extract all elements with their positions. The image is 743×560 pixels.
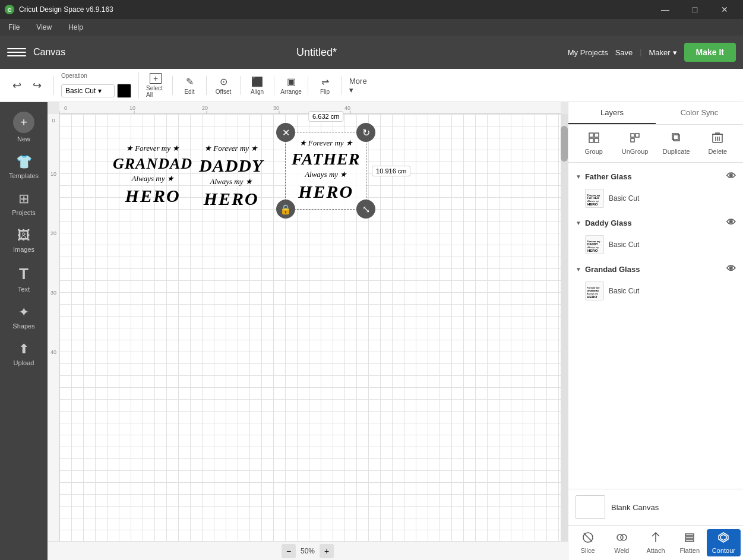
- weld-icon: [616, 531, 628, 546]
- right-panel: Layers Color Sync Group UnGroup: [568, 102, 743, 560]
- hamburger-menu[interactable]: [7, 43, 26, 62]
- sidebar-item-templates[interactable]: 👕 Templates: [2, 150, 45, 184]
- sidebar-item-text[interactable]: T Text: [2, 260, 45, 298]
- panel-tabs: Layers Color Sync: [568, 102, 743, 125]
- redo-button[interactable]: ↪: [27, 76, 46, 95]
- align-button[interactable]: ⬛ Align: [248, 76, 267, 95]
- delete-button[interactable]: Delete: [700, 129, 736, 157]
- weld-button[interactable]: Weld: [605, 529, 638, 556]
- tab-color-sync[interactable]: Color Sync: [656, 102, 743, 124]
- duplicate-icon: [671, 132, 682, 147]
- svg-text:HERO: HERO: [587, 203, 598, 206]
- group-button[interactable]: Group: [576, 129, 612, 157]
- sidebar-item-images[interactable]: 🖼 Images: [2, 223, 45, 258]
- duplicate-button[interactable]: Duplicate: [658, 129, 695, 157]
- sidebar-item-new[interactable]: + New: [2, 107, 45, 147]
- svg-text:0: 0: [64, 105, 67, 111]
- operation-dropdown-icon: ▾: [98, 87, 102, 95]
- machine-selector[interactable]: Maker ▾: [649, 48, 676, 57]
- close-handle[interactable]: ✕: [276, 123, 295, 142]
- canvas-bottom-bar: − 50% +: [48, 541, 568, 560]
- group-icon: [588, 132, 600, 147]
- daddy-glass-header[interactable]: ▼ Daddy Glass 👁: [568, 214, 743, 232]
- zoom-in-button[interactable]: +: [320, 544, 334, 558]
- flatten-icon: [684, 531, 695, 546]
- minimize-button[interactable]: —: [652, 0, 679, 19]
- color-swatch[interactable]: [117, 84, 131, 98]
- father-glass-header[interactable]: ▼ Father Glass 👁: [568, 167, 743, 185]
- scrollbar-thumb[interactable]: [561, 126, 568, 162]
- blank-canvas-area[interactable]: Blank Canvas: [568, 489, 743, 525]
- layer-group-daddy-glass: ▼ Daddy Glass 👁 Forever myDADDYAlways my…: [568, 214, 743, 258]
- arrange-button[interactable]: ▣ Arrange: [282, 76, 301, 95]
- offset-button[interactable]: ⊙ Offset: [214, 76, 233, 95]
- save-button[interactable]: Save: [615, 48, 633, 57]
- visibility-daddy[interactable]: 👁: [726, 217, 736, 228]
- flip-button[interactable]: ⇌ Flip: [315, 76, 334, 95]
- make-it-button[interactable]: Make It: [684, 43, 736, 62]
- attach-button[interactable]: Attach: [638, 529, 672, 556]
- scale-handle[interactable]: ⤡: [356, 200, 375, 219]
- ungroup-icon: [629, 132, 641, 147]
- zoom-out-button[interactable]: −: [282, 544, 296, 558]
- project-title: Untitled*: [72, 46, 560, 59]
- menu-help[interactable]: Help: [65, 22, 87, 33]
- contour-button[interactable]: Contour: [707, 529, 741, 556]
- lock-handle[interactable]: 🔒: [276, 200, 295, 219]
- flatten-button[interactable]: Flatten: [673, 529, 707, 556]
- canvas-area: 0 10 20 30 40 0 10 20 30: [48, 102, 568, 560]
- grandad-cut-item[interactable]: Forever myGRANDADAlways myHERO Basic Cut: [568, 278, 743, 304]
- design-canvas[interactable]: ★ Forever my ★ GRANDAD Always my ★ HERO: [59, 114, 568, 548]
- father-thumbnail: Forever myFATHERAlways myHERO: [585, 189, 604, 208]
- visibility-father[interactable]: 👁: [726, 171, 736, 182]
- svg-text:HERO: HERO: [587, 249, 598, 252]
- sidebar-item-projects[interactable]: ⊞ Projects: [2, 186, 45, 221]
- svg-rect-49: [685, 540, 694, 542]
- sidebar: + New 👕 Templates ⊞ Projects 🖼 Images T …: [0, 102, 48, 560]
- close-button[interactable]: ✕: [711, 0, 738, 19]
- more-button[interactable]: More ▾: [349, 76, 368, 95]
- header: Canvas Untitled* My Projects Save | Make…: [0, 36, 743, 69]
- svg-rect-19: [589, 138, 593, 143]
- svg-rect-18: [595, 133, 599, 137]
- svg-text:C: C: [8, 7, 12, 13]
- svg-marker-51: [720, 534, 726, 540]
- sidebar-item-shapes[interactable]: ✦ Shapes: [2, 300, 45, 334]
- father-design[interactable]: ✕ ↻ 🔒 ⤡ 6.632 cm 10.916 cm ★ Forever my …: [285, 132, 366, 210]
- edit-button[interactable]: ✎ Edit: [180, 76, 199, 95]
- svg-text:10: 10: [50, 171, 56, 177]
- menu-view[interactable]: View: [33, 22, 55, 33]
- grandad-design[interactable]: ★ Forever my ★ GRANDAD Always my ★ HERO: [113, 144, 192, 207]
- slice-button[interactable]: Slice: [571, 529, 605, 556]
- menu-file[interactable]: File: [5, 22, 23, 33]
- ungroup-button[interactable]: UnGroup: [616, 129, 653, 157]
- svg-text:20: 20: [50, 230, 56, 236]
- menubar: File View Help: [0, 19, 743, 36]
- my-projects-button[interactable]: My Projects: [568, 48, 608, 57]
- operation-label: Operation: [61, 72, 87, 79]
- svg-point-46: [621, 534, 627, 540]
- father-cut-item[interactable]: Forever myFATHERAlways myHERO Basic Cut: [568, 185, 743, 211]
- canvas-vertical-scrollbar[interactable]: [561, 114, 568, 541]
- layer-group-father-glass: ▼ Father Glass 👁 Forever myFATHERAlways …: [568, 167, 743, 211]
- father-star-2: ★: [346, 138, 353, 147]
- width-dimension: 6.632 cm: [308, 111, 343, 122]
- collapse-arrow-daddy: ▼: [576, 220, 581, 226]
- tab-layers[interactable]: Layers: [568, 102, 656, 124]
- father-star-1: ★: [299, 138, 306, 147]
- rotate-handle[interactable]: ↻: [356, 123, 375, 142]
- daddy-design[interactable]: ★ Forever my ★ DADDY Always my ★ HERO: [199, 144, 263, 210]
- app-title: Cricut Design Space v6.9.163: [19, 5, 647, 14]
- grandad-glass-header[interactable]: ▼ Grandad Glass 👁: [568, 260, 743, 278]
- undo-button[interactable]: ↩: [7, 76, 26, 95]
- select-all-button[interactable]: + Select All: [146, 76, 165, 95]
- sidebar-item-upload[interactable]: ⬆ Upload: [2, 337, 45, 371]
- toolbar: ↩ ↪ Operation Basic Cut ▾ + Select All ✎…: [0, 69, 743, 102]
- svg-text:20: 20: [202, 105, 208, 111]
- svg-rect-22: [635, 134, 639, 137]
- operation-select[interactable]: Basic Cut ▾: [61, 84, 115, 97]
- visibility-grandad[interactable]: 👁: [726, 264, 736, 274]
- svg-rect-47: [685, 534, 694, 536]
- maximize-button[interactable]: □: [681, 0, 709, 19]
- daddy-cut-item[interactable]: Forever myDADDYAlways myHERO Basic Cut: [568, 232, 743, 258]
